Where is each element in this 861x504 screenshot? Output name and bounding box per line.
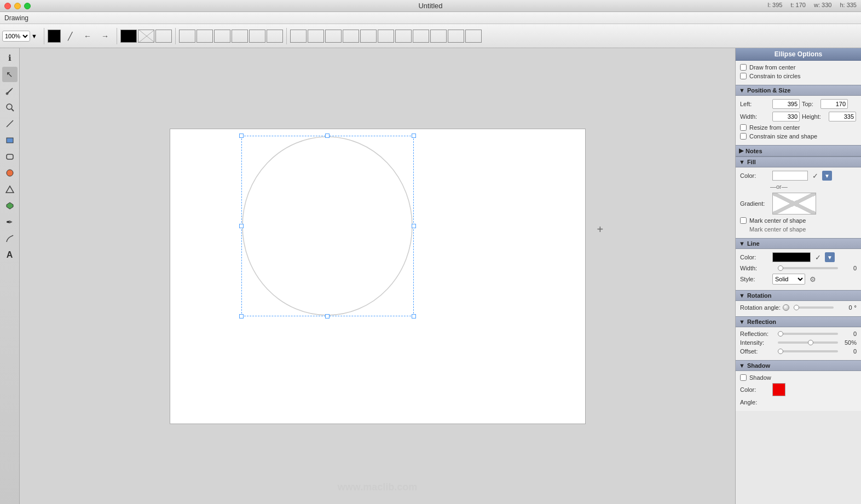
constrain-circles-label: Constrain to circles <box>749 73 801 79</box>
handle-bottom-left[interactable] <box>239 314 244 318</box>
draw-from-center-checkbox[interactable] <box>740 64 747 71</box>
pat-6[interactable] <box>232 30 248 43</box>
pat-12[interactable] <box>343 30 359 43</box>
line-style-select[interactable]: SolidDashedDotted <box>772 274 805 285</box>
fill-color-check[interactable]: ✓ <box>810 171 820 181</box>
rotation-knob[interactable] <box>783 304 789 311</box>
pat-8[interactable] <box>267 30 283 43</box>
resize-from-center-checkbox[interactable] <box>740 124 747 131</box>
rectangle-tool[interactable] <box>2 132 18 148</box>
intensity-track[interactable] <box>778 341 838 344</box>
pat-3[interactable] <box>179 30 195 43</box>
pat-13[interactable] <box>360 30 377 43</box>
handle-top-mid[interactable] <box>325 134 330 138</box>
width-input[interactable] <box>772 112 800 121</box>
rotation-section-header[interactable]: ▼ Rotation <box>736 290 861 301</box>
reflection-content: Reflection: 0 Intensity: 50% Offset: 0 <box>736 327 861 360</box>
height-label: Height: <box>802 113 827 120</box>
line-color-swatch[interactable] <box>772 252 811 262</box>
line-tool[interactable] <box>2 116 18 131</box>
pen-tool[interactable]: ✒ <box>2 215 18 230</box>
line-width-thumb[interactable] <box>778 265 783 271</box>
pat-4[interactable] <box>197 30 213 43</box>
line-width-track[interactable] <box>778 267 838 269</box>
handle-bottom-mid[interactable] <box>325 314 330 318</box>
pat-14[interactable] <box>378 30 394 43</box>
stroke-arrow-right-icon[interactable]: → <box>97 28 113 44</box>
line-section-header[interactable]: ▼ Line <box>736 238 861 249</box>
pat-9[interactable] <box>290 30 307 43</box>
panel-header: Ellipse Options <box>736 48 861 61</box>
reflection-thumb[interactable] <box>778 331 783 337</box>
pat-7[interactable] <box>249 30 265 43</box>
intensity-thumb[interactable] <box>808 340 813 345</box>
constrain-circles-checkbox[interactable] <box>740 73 747 79</box>
reflection-section-header[interactable]: ▼ Reflection <box>736 316 861 327</box>
fill-color-swatch[interactable] <box>772 171 808 181</box>
minimize-button[interactable] <box>14 3 21 9</box>
pat-18[interactable] <box>448 30 464 43</box>
pat-5[interactable] <box>214 30 230 43</box>
handle-mid-left[interactable] <box>239 224 244 228</box>
height-input[interactable] <box>829 112 856 121</box>
handle-bottom-right[interactable] <box>412 314 416 318</box>
shadow-color-swatch[interactable] <box>772 383 785 396</box>
close-button[interactable] <box>4 3 11 9</box>
gradient-x-pattern <box>773 193 816 214</box>
zoom-control[interactable]: 100%50%150%200% ▼ <box>2 31 37 42</box>
line-color-dropdown[interactable]: ▼ <box>825 252 835 262</box>
resize-from-center-label: Resize from center <box>749 124 800 131</box>
polygon-tool[interactable] <box>2 198 18 213</box>
rotation-track[interactable] <box>794 306 834 309</box>
stroke-none-icon[interactable]: ╱ <box>62 28 78 44</box>
top-input[interactable] <box>820 99 848 109</box>
rotation-thumb[interactable] <box>794 305 799 310</box>
fill-color-dropdown[interactable]: ▼ <box>822 171 832 181</box>
svg-point-5 <box>7 104 12 109</box>
info-tool[interactable]: ℹ <box>2 50 18 66</box>
constrain-size-shape-checkbox[interactable] <box>740 133 747 140</box>
handle-top-left[interactable] <box>239 134 244 138</box>
offset-track[interactable] <box>778 350 838 352</box>
fill-color-swatch[interactable] <box>48 30 61 43</box>
pattern-box-empty[interactable] <box>155 30 172 43</box>
zoom-select[interactable]: 100%50%150%200% <box>2 31 30 42</box>
zoom-tool[interactable] <box>2 100 18 115</box>
triangle-tool[interactable] <box>2 182 18 197</box>
handle-top-right[interactable] <box>412 134 416 138</box>
left-input[interactable] <box>772 99 800 109</box>
line-style-gear[interactable]: ⚙ <box>807 274 818 285</box>
canvas[interactable]: + <box>170 129 586 424</box>
select-tool[interactable]: ↖ <box>2 67 18 82</box>
circle-tool[interactable] <box>2 165 18 181</box>
text-tool[interactable]: A <box>2 247 18 263</box>
pattern-box-1[interactable] <box>120 30 137 43</box>
pattern-box-2[interactable] <box>138 30 154 43</box>
titlebar: Untitled l: 395 t: 170 w: 330 h: 335 <box>0 0 861 12</box>
pat-16[interactable] <box>413 30 429 43</box>
eyedropper-tool[interactable] <box>2 83 18 99</box>
canvas-area[interactable]: + www.maclib.com <box>20 48 735 504</box>
pat-19[interactable] <box>465 30 482 43</box>
pat-10[interactable] <box>308 30 324 43</box>
fill-section-header[interactable]: ▼ Fill <box>736 157 861 167</box>
notes-section-header[interactable]: ▶ Notes <box>736 145 861 157</box>
mark-center-checkbox[interactable] <box>740 217 747 224</box>
feather-tool[interactable] <box>2 231 18 246</box>
position-size-section-header[interactable]: ▼ Position & Size <box>736 85 861 96</box>
shadow-section-header[interactable]: ▼ Shadow <box>736 360 861 371</box>
reflection-track[interactable] <box>778 333 838 335</box>
maximize-button[interactable] <box>24 3 31 9</box>
offset-thumb[interactable] <box>778 349 783 354</box>
line-width-value: 0 <box>840 265 857 271</box>
line-color-check[interactable]: ✓ <box>813 252 823 262</box>
stroke-arrow-left-icon[interactable]: ← <box>79 28 96 44</box>
shadow-checkbox[interactable] <box>740 374 747 381</box>
ellipse-shape[interactable] <box>241 136 414 316</box>
pat-17[interactable] <box>430 30 447 43</box>
rounded-rect-tool[interactable] <box>2 149 18 164</box>
handle-mid-right[interactable] <box>412 224 416 228</box>
pat-15[interactable] <box>395 30 412 43</box>
pat-11[interactable] <box>325 30 342 43</box>
gradient-preview[interactable] <box>772 193 816 215</box>
